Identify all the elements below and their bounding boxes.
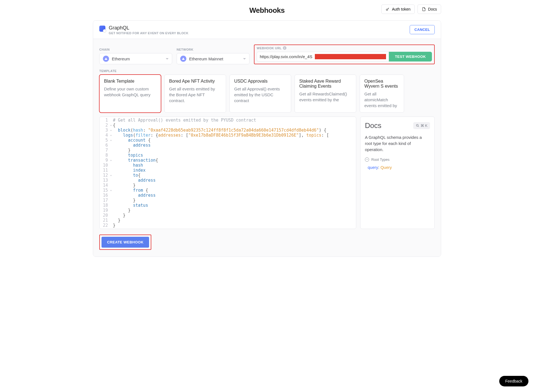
- auth-token-button[interactable]: Auth token: [381, 4, 415, 14]
- chevron-down-icon: [166, 58, 169, 60]
- graphql-icon: [99, 26, 105, 32]
- root-types-label: Root Types: [365, 157, 430, 162]
- template-description: Get all atomicMatch events emitted by: [364, 91, 399, 109]
- template-card[interactable]: Staked Aave Reward Claiming EventsGet al…: [295, 75, 356, 113]
- chain-value: Ethereum: [112, 56, 130, 61]
- code-line: 14 }: [100, 183, 356, 188]
- code-line: 22}: [100, 223, 356, 228]
- docs-search-shortcut: ⌘ K: [421, 124, 427, 128]
- network-value: Ethereum Mainnet: [189, 56, 223, 61]
- card-subtitle: GET NOTIFIED FOR ANY EVENT ON EVERY BLOC…: [109, 31, 189, 35]
- template-card[interactable]: Bored Ape NFT ActivityGet all events emi…: [164, 75, 226, 113]
- webhook-url-input[interactable]: [260, 54, 315, 59]
- templates-list: Blank TemplateDefine your own custom web…: [99, 75, 435, 113]
- template-title: USDC Approvals: [234, 79, 286, 84]
- template-description: Define your own custom webhook GraphQL q…: [104, 86, 156, 98]
- card-title: GraphQL: [109, 25, 189, 31]
- code-line: 5▾ account {: [100, 138, 356, 143]
- cancel-button[interactable]: CANCEL: [410, 25, 435, 34]
- template-label: TEMPLATE: [99, 69, 435, 73]
- info-icon[interactable]: i: [283, 46, 286, 50]
- create-webhook-button[interactable]: CREATE WEBHOOK: [102, 237, 149, 248]
- template-description: Get all RewardsClaimed() events emitted …: [299, 91, 352, 103]
- webhook-card: GraphQL GET NOTIFIED FOR ANY EVENT ON EV…: [93, 20, 441, 257]
- code-line: 20 }: [100, 213, 356, 218]
- network-label: NETWORK: [177, 48, 249, 51]
- network-select[interactable]: Ethereum Mainnet: [177, 53, 249, 64]
- code-line: 11 index: [100, 168, 356, 173]
- root-type-query[interactable]: query: Query: [365, 165, 430, 170]
- docs-button[interactable]: Docs: [417, 4, 441, 14]
- code-line: 3▾ block(hash: "0xaaf4228db65eab92357c12…: [100, 128, 356, 133]
- test-webhook-button[interactable]: TEST WEBHOOK: [389, 52, 432, 61]
- code-line: 17 }: [100, 198, 356, 203]
- url-label: WEBHOOK URL i: [257, 46, 432, 50]
- code-line: 8 topics: [100, 153, 356, 158]
- docs-panel-title: Docs: [365, 121, 381, 130]
- graphql-editor[interactable]: 1# Get all Approval() events emitted by …: [99, 117, 356, 229]
- chevron-down-icon: [243, 58, 246, 60]
- template-card[interactable]: USDC ApprovalsGet all Approval() events …: [229, 75, 291, 113]
- template-card[interactable]: Blank TemplateDefine your own custom web…: [99, 75, 161, 113]
- template-title: Staked Aave Reward Claiming Events: [299, 79, 352, 89]
- chain-select[interactable]: Ethereum: [99, 53, 172, 64]
- template-title: Bored Ape NFT Activity: [169, 79, 221, 84]
- auth-token-label: Auth token: [392, 7, 411, 11]
- code-line: 10 hash: [100, 163, 356, 168]
- code-line: 4▾ logs(filter: {addresses: ["0xe17b8aDF…: [100, 133, 356, 138]
- code-line: 21 }: [100, 218, 356, 223]
- key-icon: [385, 7, 390, 11]
- template-description: Get all Approval() events emitted by the…: [234, 86, 286, 103]
- template-title: OpenSea Wyvern S events: [364, 79, 399, 89]
- template-title: Blank Template: [104, 79, 156, 84]
- docs-label: Docs: [428, 7, 437, 11]
- code-line: 2▾{: [100, 123, 356, 128]
- template-description: Get all events emitted by the Bored Ape …: [169, 86, 221, 103]
- chain-label: CHAIN: [99, 48, 172, 51]
- webhook-url-section: WEBHOOK URL i TEST WEBHOOK: [254, 45, 435, 64]
- ethereum-icon: [103, 56, 109, 62]
- code-line: 9▾ transaction{: [100, 158, 356, 163]
- docs-panel: Docs ⌘ K A GraphQL schema provides a roo…: [360, 117, 435, 229]
- code-line: 6 address: [100, 143, 356, 148]
- deprecated-icon: [365, 157, 369, 162]
- search-icon: [416, 124, 419, 127]
- code-line: 19 }: [100, 208, 356, 213]
- code-line: 15▾ from {: [100, 188, 356, 193]
- docs-search[interactable]: ⌘ K: [413, 122, 430, 129]
- svg-point-1: [416, 124, 418, 126]
- template-card[interactable]: OpenSea Wyvern S eventsGet all atomicMat…: [360, 75, 404, 113]
- docs-description: A GraphQL schema provides a root type fo…: [365, 134, 430, 152]
- code-line: 1# Get all Approval() events emitted by …: [100, 118, 356, 123]
- svg-point-0: [386, 9, 388, 10]
- code-line: 7 }: [100, 148, 356, 153]
- code-line: 13 address: [100, 178, 356, 183]
- page-title: Webhooks: [249, 6, 285, 15]
- code-line: 12▾ to{: [100, 173, 356, 178]
- ethereum-icon: [180, 56, 186, 62]
- code-line: 18 status: [100, 203, 356, 208]
- redacted-url: [315, 54, 386, 59]
- code-line: 16 address: [100, 193, 356, 198]
- document-icon: [422, 7, 426, 11]
